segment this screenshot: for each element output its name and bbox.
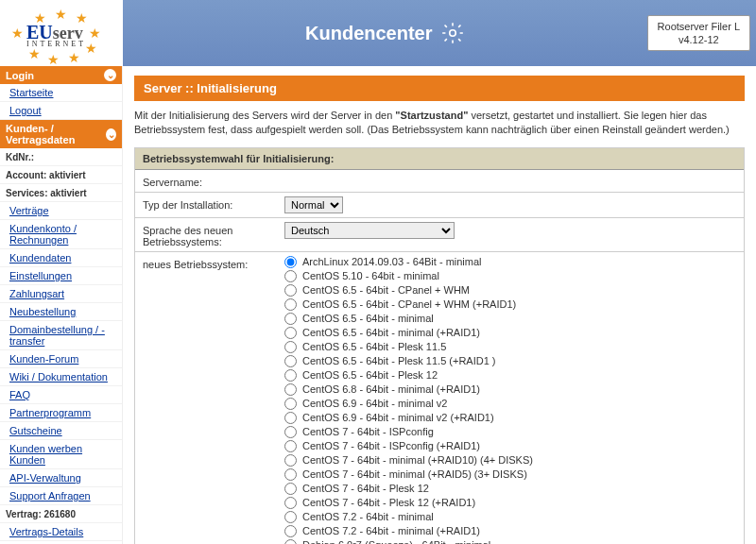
os-option[interactable]: CentOS 7 - 64bit - ISPconfig xyxy=(284,426,736,438)
sidebar-link[interactable]: FAQ xyxy=(0,386,122,404)
os-radio[interactable] xyxy=(284,256,297,268)
row-lang: Sprache des neuen Betriebssystems: Deuts… xyxy=(135,218,744,252)
os-option[interactable]: CentOS 7.2 - 64bit - minimal xyxy=(284,511,736,523)
sidebar-link[interactable]: Neubestellung xyxy=(0,303,122,321)
os-option[interactable]: CentOS 7 - 64bit - Plesk 12 xyxy=(284,483,736,495)
os-option-label: CentOS 6.5 - 64bit - Plesk 12 xyxy=(302,369,438,381)
sidebar-link[interactable]: Kunden werben Kunden xyxy=(0,440,122,469)
sidebar-link[interactable]: Domainbestellung / -transfer xyxy=(0,321,122,350)
sidebar-link[interactable]: Verträge xyxy=(0,202,122,220)
os-option-label: CentOS 6.8 - 64bit - minimal (+RAID1) xyxy=(302,383,480,395)
os-radio[interactable] xyxy=(284,426,297,438)
server-version: v4.12-12 xyxy=(658,33,740,46)
os-radio[interactable] xyxy=(284,383,297,396)
sidebar-link[interactable]: Partnerprogramm xyxy=(0,404,122,422)
os-radio[interactable] xyxy=(284,483,297,495)
os-option-label: CentOS 7 - 64bit - Plesk 12 (+RAID1) xyxy=(302,497,475,508)
sidebar-link[interactable]: Wiki / Dokumentation xyxy=(0,368,122,386)
os-radio[interactable] xyxy=(284,511,297,523)
os-radio[interactable] xyxy=(284,440,297,452)
sidebar-link[interactable]: Kundendaten xyxy=(0,249,122,267)
os-radio[interactable] xyxy=(284,398,297,410)
os-option[interactable]: CentOS 7 - 64bit - minimal (+RAID10) (4+… xyxy=(284,454,736,467)
os-radio[interactable] xyxy=(284,355,297,367)
os-label: neues Betriebssystem: xyxy=(143,256,284,270)
os-radio[interactable] xyxy=(284,341,297,353)
os-radio[interactable] xyxy=(284,412,297,424)
installtype-select[interactable]: Normal xyxy=(284,196,343,213)
sidebar-link[interactable]: Startseite xyxy=(0,84,122,102)
os-radio[interactable] xyxy=(284,497,297,509)
os-option[interactable]: CentOS 6.9 - 64bit - minimal v2 (+RAID1) xyxy=(284,412,736,424)
os-option[interactable]: Debian 6.0r7 (Squeeze) - 64Bit - minimal xyxy=(284,539,736,544)
header-title: Kundencenter xyxy=(123,21,647,45)
sidebar-link[interactable]: Logout xyxy=(0,102,122,120)
sidebar-link[interactable]: Kundenkonto / Rechnungen xyxy=(0,220,122,249)
os-option-label: CentOS 7.2 - 64bit - minimal (+RAID1) xyxy=(302,525,480,536)
os-option[interactable]: CentOS 6.5 - 64bit - Plesk 11.5 (+RAID1 … xyxy=(284,355,736,367)
os-option[interactable]: ArchLinux 2014.09.03 - 64Bit - minimal xyxy=(284,256,736,268)
intro-bold: "Startzustand" xyxy=(395,110,468,121)
os-radio[interactable] xyxy=(284,539,297,544)
os-option-label: CentOS 6.9 - 64bit - minimal v2 xyxy=(302,398,447,409)
header: ★ ★ ★ ★ ★ ★ ★ ★ ★ EUserv INTERNET Kunden… xyxy=(0,0,756,66)
os-radio[interactable] xyxy=(284,454,297,467)
os-option[interactable]: CentOS 6.5 - 64bit - Plesk 12 xyxy=(284,369,736,382)
os-radio[interactable] xyxy=(284,525,297,537)
logo-text-3: INTERNET xyxy=(26,40,86,48)
os-option-label: CentOS 7 - 64bit - Plesk 12 xyxy=(302,483,429,494)
os-radio[interactable] xyxy=(284,313,297,325)
sidebar-link[interactable]: Einstellungen xyxy=(0,267,122,285)
sidebar-link[interactable]: Vertrags-Details xyxy=(0,523,122,541)
os-option[interactable]: CentOS 6.5 - 64bit - CPanel + WHM xyxy=(284,284,736,297)
os-option-label: ArchLinux 2014.09.03 - 64Bit - minimal xyxy=(302,256,482,267)
collapse-icon[interactable]: ⌄ xyxy=(104,69,116,81)
os-radio[interactable] xyxy=(284,270,297,282)
sidebar-section-header[interactable]: Login⌄ xyxy=(0,66,122,84)
sidebar-link[interactable]: Support Anfragen xyxy=(0,487,122,505)
intro-pre: Mit der Initialisierung des Servers wird… xyxy=(134,110,395,121)
os-option[interactable]: CentOS 7 - 64bit - ISPconfig (+RAID1) xyxy=(284,440,736,452)
os-option[interactable]: CentOS 6.8 - 64bit - minimal (+RAID1) xyxy=(284,383,736,396)
collapse-icon[interactable]: ⌄ xyxy=(106,128,116,141)
os-option-label: CentOS 6.9 - 64bit - minimal v2 (+RAID1) xyxy=(302,412,494,423)
sidebar-link[interactable]: Kunden-Forum xyxy=(0,350,122,368)
os-radio[interactable] xyxy=(284,298,297,311)
row-installtype: Typ der Installation: Normal xyxy=(135,193,744,218)
os-radio[interactable] xyxy=(284,369,297,382)
logo[interactable]: ★ ★ ★ ★ ★ ★ ★ ★ ★ EUserv INTERNET xyxy=(0,0,123,66)
os-option[interactable]: CentOS 5.10 - 64bit - minimal xyxy=(284,270,736,282)
row-os: neues Betriebssystem: ArchLinux 2014.09.… xyxy=(135,252,744,544)
server-info-box: Rootserver Filer L v4.12-12 xyxy=(647,15,750,52)
os-option-label: CentOS 7 - 64bit - minimal (+RAID5) (3+ … xyxy=(302,468,527,480)
os-radio[interactable] xyxy=(284,284,297,297)
os-option[interactable]: CentOS 7 - 64bit - minimal (+RAID5) (3+ … xyxy=(284,468,736,481)
installtype-label: Typ der Installation: xyxy=(143,196,284,211)
os-panel: Betriebssystemwahl für Initialisierung: … xyxy=(134,147,745,544)
os-option[interactable]: CentOS 6.5 - 64bit - minimal (+RAID1) xyxy=(284,327,736,339)
gear-icon xyxy=(440,21,465,45)
os-option[interactable]: CentOS 6.9 - 64bit - minimal v2 xyxy=(284,398,736,410)
intro-text: Mit der Initialisierung des Servers wird… xyxy=(134,109,745,138)
panel-title: Betriebssystemwahl für Initialisierung: xyxy=(135,148,744,170)
os-option[interactable]: CentOS 6.5 - 64bit - minimal xyxy=(284,313,736,325)
os-option[interactable]: CentOS 7.2 - 64bit - minimal (+RAID1) xyxy=(284,525,736,537)
sidebar-info: Account: aktiviert xyxy=(0,166,122,184)
os-radio[interactable] xyxy=(284,327,297,339)
sidebar-link[interactable]: API-Verwaltung xyxy=(0,469,122,487)
os-option[interactable]: CentOS 6.5 - 64bit - CPanel + WHM (+RAID… xyxy=(284,298,736,311)
os-radio[interactable] xyxy=(284,468,297,481)
server-product: Rootserver Filer L xyxy=(658,20,740,33)
sidebar-section-header[interactable]: Kunden- / Vertragsdaten⌄ xyxy=(0,120,122,148)
sidebar-link[interactable]: Zahlungsart xyxy=(0,285,122,303)
os-option[interactable]: CentOS 6.5 - 64bit - Plesk 11.5 xyxy=(284,341,736,353)
lang-select[interactable]: Deutsch xyxy=(284,222,455,239)
os-option-label: CentOS 7.2 - 64bit - minimal xyxy=(302,511,434,522)
main-content: Server :: Initialisierung Mit der Initia… xyxy=(123,66,756,544)
os-option-label: CentOS 7 - 64bit - ISPconfig xyxy=(302,426,434,437)
os-option-label: CentOS 6.5 - 64bit - Plesk 11.5 (+RAID1 … xyxy=(302,355,496,366)
sidebar-info: Services: aktiviert xyxy=(0,184,122,202)
os-option-label: CentOS 6.5 - 64bit - Plesk 11.5 xyxy=(302,341,446,352)
sidebar-link[interactable]: Gutscheine xyxy=(0,422,122,440)
os-option[interactable]: CentOS 7 - 64bit - Plesk 12 (+RAID1) xyxy=(284,497,736,509)
